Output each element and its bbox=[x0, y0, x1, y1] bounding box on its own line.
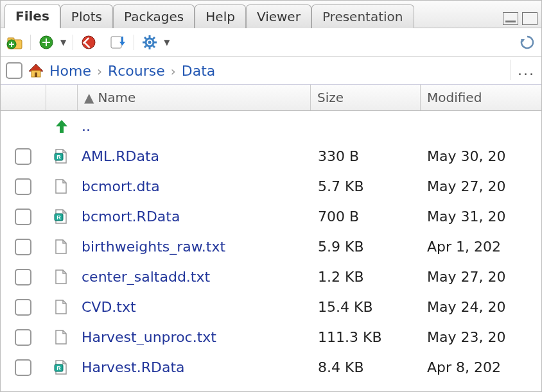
parent-directory-label[interactable]: .. bbox=[75, 118, 311, 134]
file-row[interactable]: CVD.txt15.4 KBMay 24, 20 bbox=[1, 292, 541, 322]
delete-button[interactable] bbox=[80, 33, 98, 51]
rdata-file-icon bbox=[46, 209, 75, 225]
rdata-file-icon bbox=[46, 148, 75, 165]
tab-label: Presentation bbox=[322, 9, 403, 24]
file-size: 15.4 KB bbox=[311, 299, 421, 315]
breadcrumb-bar: Home Rcourse Data ... bbox=[1, 57, 541, 85]
file-checkbox[interactable] bbox=[15, 359, 31, 376]
tab-help[interactable]: Help bbox=[195, 4, 246, 28]
tab-label: Help bbox=[205, 9, 235, 24]
refresh-button[interactable] bbox=[518, 33, 536, 51]
home-icon[interactable] bbox=[28, 63, 44, 78]
breadcrumb-data[interactable]: Data bbox=[182, 63, 216, 79]
file-size: 5.7 KB bbox=[311, 178, 421, 194]
file-checkbox[interactable] bbox=[15, 209, 31, 225]
tab-plots[interactable]: Plots bbox=[60, 4, 113, 28]
file-size: 111.3 KB bbox=[311, 329, 421, 345]
new-file-dropdown[interactable]: ▼ bbox=[60, 38, 66, 47]
file-row[interactable]: AML.RData330 BMay 30, 20 bbox=[1, 141, 541, 171]
file-name[interactable]: Harvest_unproc.txt bbox=[75, 329, 311, 345]
file-icon bbox=[46, 269, 75, 285]
file-name[interactable]: Harvest.RData bbox=[75, 359, 311, 375]
file-modified: May 23, 20 bbox=[421, 329, 541, 345]
breadcrumb-separator-icon bbox=[96, 64, 103, 79]
more-dropdown[interactable]: ▼ bbox=[164, 38, 170, 47]
file-checkbox[interactable] bbox=[15, 269, 31, 285]
file-row[interactable]: birthweights_raw.txt5.9 KBApr 1, 202 bbox=[1, 232, 541, 262]
breadcrumb-separator-icon bbox=[170, 64, 177, 79]
maximize-pane-button[interactable] bbox=[522, 12, 538, 25]
file-modified: Apr 8, 202 bbox=[421, 359, 541, 375]
column-size-label: Size bbox=[317, 90, 344, 105]
file-name[interactable]: center_saltadd.txt bbox=[75, 269, 311, 285]
file-name[interactable]: CVD.txt bbox=[75, 299, 311, 315]
file-checkbox[interactable] bbox=[15, 148, 31, 165]
tab-viewer[interactable]: Viewer bbox=[246, 4, 311, 28]
more-gear-button[interactable] bbox=[141, 33, 159, 51]
column-name-header[interactable]: ▲ Name bbox=[78, 85, 311, 110]
new-blank-file-button[interactable] bbox=[37, 33, 55, 51]
path-more-button[interactable]: ... bbox=[511, 60, 535, 80]
files-toolbar: ▼ ▼ bbox=[1, 28, 541, 57]
file-row[interactable]: bcmort.RData700 BMay 31, 20 bbox=[1, 201, 541, 232]
column-size-header[interactable]: Size bbox=[311, 85, 421, 110]
column-icon-header bbox=[46, 85, 78, 110]
file-size: 5.9 KB bbox=[311, 239, 421, 255]
minimize-pane-button[interactable] bbox=[503, 12, 518, 25]
file-name[interactable]: AML.RData bbox=[75, 148, 311, 164]
file-row[interactable]: Harvest.RData8.4 KBApr 8, 202 bbox=[1, 352, 541, 382]
separator bbox=[73, 35, 73, 50]
file-checkbox[interactable] bbox=[15, 239, 31, 255]
breadcrumb-home[interactable]: Home bbox=[49, 63, 91, 79]
file-name[interactable]: bcmort.dta bbox=[75, 178, 311, 194]
file-row[interactable]: center_saltadd.txt1.2 KBMay 27, 20 bbox=[1, 262, 541, 292]
file-icon bbox=[46, 329, 75, 346]
separator bbox=[134, 35, 134, 50]
tab-label: Viewer bbox=[257, 9, 301, 24]
up-arrow-icon bbox=[46, 119, 75, 134]
file-size: 700 B bbox=[311, 209, 421, 225]
file-name[interactable]: bcmort.RData bbox=[75, 209, 311, 225]
file-modified: May 30, 20 bbox=[421, 148, 541, 164]
column-header-row: ▲ Name Size Modified bbox=[1, 85, 541, 111]
file-icon bbox=[46, 239, 75, 255]
file-modified: Apr 1, 202 bbox=[421, 239, 541, 255]
window-controls bbox=[503, 12, 538, 25]
file-modified: May 27, 20 bbox=[421, 178, 541, 194]
parent-directory-row[interactable]: .. bbox=[1, 111, 541, 141]
tab-strip: FilesPlotsPackagesHelpViewerPresentation bbox=[1, 1, 541, 28]
file-size: 1.2 KB bbox=[311, 269, 421, 285]
file-modified: May 27, 20 bbox=[421, 269, 541, 285]
file-checkbox[interactable] bbox=[15, 299, 31, 316]
file-row[interactable]: Harvest_unproc.txt111.3 KBMay 23, 20 bbox=[1, 322, 541, 352]
tab-label: Files bbox=[15, 8, 49, 24]
column-checkbox-header bbox=[1, 85, 46, 110]
rdata-file-icon bbox=[46, 359, 75, 376]
file-size: 330 B bbox=[311, 148, 421, 164]
file-icon bbox=[46, 299, 75, 316]
file-row[interactable]: bcmort.dta5.7 KBMay 27, 20 bbox=[1, 171, 541, 201]
column-name-label: Name bbox=[98, 90, 136, 105]
column-modified-label: Modified bbox=[427, 90, 482, 105]
file-checkbox[interactable] bbox=[15, 329, 31, 346]
tab-label: Packages bbox=[124, 9, 184, 24]
files-pane: FilesPlotsPackagesHelpViewerPresentation… bbox=[0, 0, 542, 392]
file-modified: May 24, 20 bbox=[421, 299, 541, 315]
breadcrumb-rcourse[interactable]: Rcourse bbox=[108, 63, 165, 79]
separator bbox=[30, 35, 31, 50]
select-all-checkbox[interactable] bbox=[6, 62, 22, 79]
file-icon bbox=[46, 178, 75, 195]
tab-presentation[interactable]: Presentation bbox=[311, 4, 414, 28]
file-size: 8.4 KB bbox=[311, 359, 421, 375]
rename-button[interactable] bbox=[109, 33, 127, 51]
tab-label: Plots bbox=[71, 9, 102, 24]
sort-asc-icon: ▲ bbox=[84, 90, 94, 105]
file-modified: May 31, 20 bbox=[421, 209, 541, 225]
file-checkbox[interactable] bbox=[15, 178, 31, 195]
column-modified-header[interactable]: Modified bbox=[421, 90, 541, 105]
tab-files[interactable]: Files bbox=[4, 4, 60, 28]
tab-packages[interactable]: Packages bbox=[113, 4, 195, 28]
file-name[interactable]: birthweights_raw.txt bbox=[75, 239, 311, 255]
new-folder-button[interactable] bbox=[6, 33, 24, 51]
file-list[interactable]: .. AML.RData330 BMay 30, 20bcmort.dta5.7… bbox=[1, 111, 541, 391]
